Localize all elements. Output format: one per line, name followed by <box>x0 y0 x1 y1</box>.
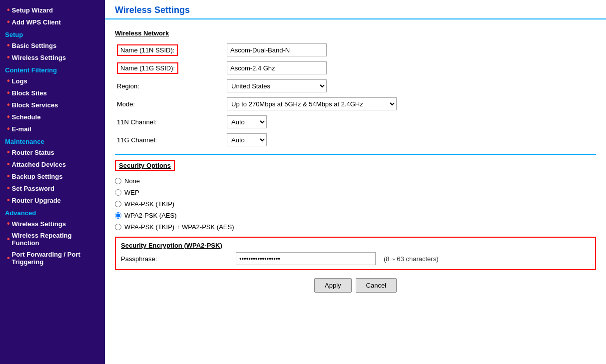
passphrase-label: Passphrase: <box>121 255 231 263</box>
radio-none-row: None <box>115 175 596 187</box>
channel-11n-value-cell: Auto <box>225 113 596 131</box>
bullet-icon: • <box>7 160 10 168</box>
security-options-title: Security Options <box>119 162 171 169</box>
radio-wep-row: WEP <box>115 187 596 198</box>
bullet-icon: • <box>7 196 10 204</box>
encryption-title: Security Encryption (WPA2-PSK) <box>121 242 590 249</box>
section-label-advanced: Advanced <box>0 206 105 218</box>
region-value-cell: United States <box>225 77 596 95</box>
wireless-network-section: Wireless Network Name (11N SSID): Name (… <box>115 24 596 149</box>
ssid-11g-label: Name (11G SSID): <box>117 62 178 74</box>
ssid-11n-value-cell <box>225 41 596 59</box>
radio-wpa-tkip-row: WPA-PSK (TKIP) <box>115 198 596 210</box>
button-row: Apply Cancel <box>115 278 596 293</box>
wireless-network-table: Name (11N SSID): Name (11G SSID): Regio <box>115 41 596 149</box>
sidebar-item-port-forwarding[interactable]: • Port Forwarding / Port Triggering <box>0 249 105 268</box>
bullet-icon: • <box>7 77 10 85</box>
apply-button[interactable]: Apply <box>314 278 352 293</box>
sidebar-item-add-wps[interactable]: • Add WPS Client <box>0 16 105 28</box>
radio-none-label: None <box>124 177 140 185</box>
radio-wep-label: WEP <box>124 189 139 196</box>
sidebar-item-router-upgrade[interactable]: • Router Upgrade <box>0 194 105 206</box>
passphrase-row: Passphrase: (8 ~ 63 characters) <box>121 252 590 265</box>
radio-wep[interactable] <box>115 189 121 196</box>
sidebar-item-email[interactable]: • E-mail <box>0 123 105 135</box>
passphrase-input[interactable] <box>236 252 376 265</box>
ssid-11g-label-cell: Name (11G SSID): <box>115 59 225 77</box>
encryption-section: Security Encryption (WPA2-PSK) Passphras… <box>115 237 596 270</box>
sidebar-item-wireless-repeating[interactable]: • Wireless Repeating Function <box>0 230 105 249</box>
region-row: Region: United States <box>115 77 596 95</box>
mode-row: Mode: Up to 270Mbps at 5GHz & 54Mbps at … <box>115 95 596 113</box>
wireless-network-title: Wireless Network <box>115 29 169 37</box>
bullet-icon: • <box>7 6 10 14</box>
page-title: Wireless Settings <box>115 5 596 15</box>
bullet-icon: • <box>7 89 10 97</box>
region-label: Region: <box>115 77 225 95</box>
ssid-11g-value-cell <box>225 59 596 77</box>
sidebar-item-router-status[interactable]: • Router Status <box>0 146 105 158</box>
divider-1 <box>115 154 596 155</box>
channel-11g-value-cell: Auto <box>225 131 596 149</box>
bullet-icon: • <box>7 235 10 243</box>
radio-wpa2-psk-aes[interactable] <box>115 212 121 219</box>
section-label-content-filtering: Content Filtering <box>0 63 105 75</box>
radio-wpa2-aes-row: WPA2-PSK (AES) <box>115 210 596 221</box>
bullet-icon: • <box>7 184 10 192</box>
mode-label: Mode: <box>115 95 225 113</box>
bullet-icon: • <box>7 220 10 228</box>
content-area: Wireless Network Name (11N SSID): Name (… <box>105 19 606 303</box>
bullet-icon: • <box>7 172 10 180</box>
section-label-maintenance: Maintenance <box>0 135 105 146</box>
sidebar-item-logs[interactable]: • Logs <box>0 75 105 87</box>
sidebar-item-attached-devices[interactable]: • Attached Devices <box>0 158 105 170</box>
passphrase-hint: (8 ~ 63 characters) <box>384 255 438 263</box>
ssid-11n-label-cell: Name (11N SSID): <box>115 41 225 59</box>
sidebar-item-block-sites[interactable]: • Block Sites <box>0 87 105 99</box>
radio-none[interactable] <box>115 178 121 184</box>
radio-wpa-psk-tkip-label: WPA-PSK (TKIP) <box>124 200 174 208</box>
bullet-icon: • <box>7 125 10 133</box>
bullet-icon: • <box>7 148 10 156</box>
sidebar: • Setup Wizard • Add WPS Client Setup • … <box>0 0 105 364</box>
security-options-section: Security Options None WEP WPA-PSK (TKIP)… <box>115 160 596 233</box>
channel-11n-label: 11N Channel: <box>115 113 225 131</box>
sidebar-item-basic-settings[interactable]: • Basic Settings <box>0 39 105 51</box>
radio-wpa2-psk-aes-label: WPA2-PSK (AES) <box>124 212 177 219</box>
channel-11n-row: 11N Channel: Auto <box>115 113 596 131</box>
ssid-11n-input[interactable] <box>227 43 327 56</box>
sidebar-item-adv-wireless[interactable]: • Wireless Settings <box>0 218 105 230</box>
channel-11g-row: 11G Channel: Auto <box>115 131 596 149</box>
region-select[interactable]: United States <box>227 79 327 92</box>
cancel-button[interactable]: Cancel <box>356 278 397 293</box>
ssid-11g-row: Name (11G SSID): <box>115 59 596 77</box>
bullet-icon: • <box>7 18 10 26</box>
sidebar-item-wireless-settings[interactable]: • Wireless Settings <box>0 51 105 63</box>
ssid-11n-row: Name (11N SSID): <box>115 41 596 59</box>
channel-11g-select[interactable]: Auto <box>227 133 267 146</box>
ssid-11g-input[interactable] <box>227 61 327 74</box>
bullet-icon: • <box>7 53 10 61</box>
sidebar-item-block-services[interactable]: • Block Services <box>0 99 105 111</box>
page-header: Wireless Settings <box>105 0 606 19</box>
mode-select[interactable]: Up to 270Mbps at 5GHz & 54Mbps at 2.4GHz <box>227 97 397 110</box>
radio-wpa-wpa2[interactable] <box>115 224 121 230</box>
sidebar-item-setup-wizard[interactable]: • Setup Wizard <box>0 4 105 16</box>
section-label-setup: Setup <box>0 28 105 39</box>
bullet-icon: • <box>7 41 10 49</box>
bullet-icon: • <box>7 113 10 121</box>
channel-11n-select[interactable]: Auto <box>227 115 267 128</box>
bullet-icon: • <box>7 254 10 262</box>
sidebar-item-set-password[interactable]: • Set Password <box>0 182 105 194</box>
channel-11g-label: 11G Channel: <box>115 131 225 149</box>
sidebar-item-backup-settings[interactable]: • Backup Settings <box>0 170 105 182</box>
mode-value-cell: Up to 270Mbps at 5GHz & 54Mbps at 2.4GHz <box>225 95 596 113</box>
bullet-icon: • <box>7 101 10 109</box>
sidebar-item-schedule[interactable]: • Schedule <box>0 111 105 123</box>
radio-wpa-wpa2-row: WPA-PSK (TKIP) + WPA2-PSK (AES) <box>115 221 596 233</box>
main-content: Wireless Settings Wireless Network Name … <box>105 0 606 364</box>
ssid-11n-label: Name (11N SSID): <box>117 44 178 56</box>
radio-wpa-psk-tkip[interactable] <box>115 201 121 207</box>
radio-wpa-wpa2-label: WPA-PSK (TKIP) + WPA2-PSK (AES) <box>124 223 234 231</box>
